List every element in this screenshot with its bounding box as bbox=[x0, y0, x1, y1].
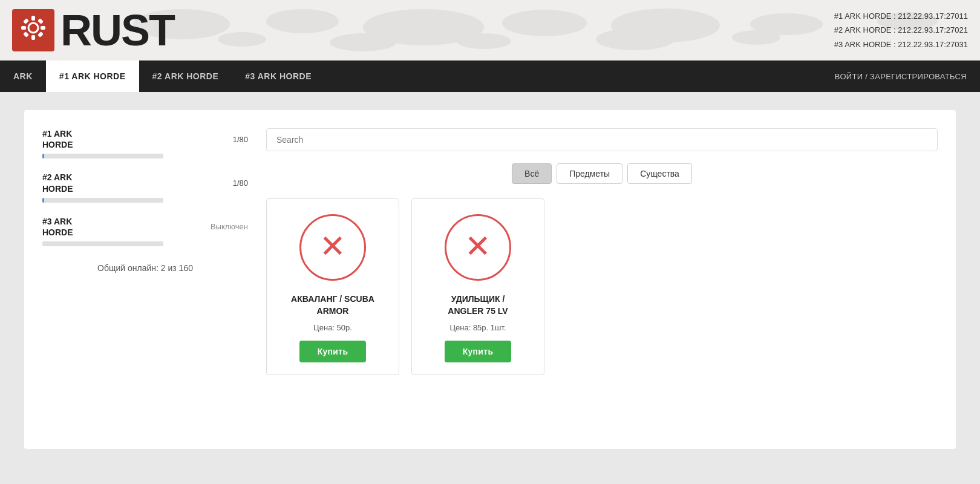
product-placeholder-circle-2: ✕ bbox=[445, 214, 511, 281]
product-name-1: АКВАЛАНГ / SCUBA ARMOR bbox=[291, 293, 374, 317]
svg-rect-16 bbox=[21, 26, 26, 30]
svg-point-5 bbox=[611, 8, 720, 42]
filter-btn-items[interactable]: Предметы bbox=[557, 163, 622, 184]
server-info-3: #3 ARK HORDE : 212.22.93.17:27031 bbox=[834, 38, 968, 51]
svg-rect-18 bbox=[23, 18, 29, 24]
svg-point-2 bbox=[266, 9, 339, 33]
products-grid: ✕ АКВАЛАНГ / SCUBA ARMOR Цена: 50р. Купи… bbox=[266, 198, 938, 375]
sidebar: #1 ARK HORDE 1/80 #2 ARK HORDE 1/80 bbox=[42, 128, 248, 431]
total-online: Общий онлайн: 2 из 160 bbox=[42, 263, 248, 273]
svg-rect-21 bbox=[38, 31, 44, 38]
server-count-1: 1/80 bbox=[233, 135, 248, 144]
server-row-1-header: #1 ARK HORDE 1/80 bbox=[42, 128, 248, 150]
nav-item-ark[interactable]: ARK bbox=[0, 60, 46, 92]
header-top: RUST #1 ARK HORDE : 212.22.93.17:27011 #… bbox=[0, 0, 980, 60]
product-name-2: УДИЛЬЩИК / ANGLER 75 LV bbox=[448, 293, 508, 317]
rust-logo-text: RUST bbox=[60, 8, 174, 52]
filter-btn-all[interactable]: Всё bbox=[512, 163, 552, 184]
product-card-1: ✕ АКВАЛАНГ / SCUBA ARMOR Цена: 50р. Купи… bbox=[266, 198, 399, 375]
server-row-2: #2 ARK HORDE 1/80 bbox=[42, 172, 248, 202]
server-status-disabled-3: Выключен bbox=[211, 222, 248, 231]
progress-bar-1 bbox=[42, 154, 163, 159]
svg-point-8 bbox=[218, 32, 266, 47]
server-info-2: #2 ARK HORDE : 212.22.93.17:27021 bbox=[834, 23, 968, 37]
svg-point-4 bbox=[502, 10, 587, 36]
svg-rect-17 bbox=[41, 26, 45, 30]
progress-bar-3 bbox=[42, 241, 163, 246]
svg-rect-20 bbox=[23, 31, 29, 38]
svg-point-10 bbox=[457, 33, 511, 49]
server-name-2: #2 ARK HORDE bbox=[42, 172, 73, 194]
server-addr-2: 212.22.93.17:27021 bbox=[898, 25, 968, 34]
shop-area: Всё Предметы Существа ✕ АКВАЛАНГ / SCUBA… bbox=[266, 128, 938, 431]
nav-item-ark2[interactable]: #2 ARK HORDE bbox=[139, 60, 232, 92]
logo-area: RUST bbox=[12, 8, 174, 52]
nav-spacer bbox=[325, 60, 822, 92]
server-label-1: #1 ARK HORDE bbox=[834, 11, 892, 21]
server-info: #1 ARK HORDE : 212.22.93.17:27011 #2 ARK… bbox=[834, 9, 968, 51]
product-placeholder-circle-1: ✕ bbox=[299, 214, 366, 281]
server-info-1: #1 ARK HORDE : 212.22.93.17:27011 bbox=[834, 9, 968, 23]
server-row-1: #1 ARK HORDE 1/80 bbox=[42, 128, 248, 159]
buy-button-2[interactable]: Купить bbox=[445, 341, 512, 362]
server-addr-3: 212.22.93.17:27031 bbox=[898, 40, 968, 49]
main-content: #1 ARK HORDE 1/80 #2 ARK HORDE 1/80 bbox=[12, 92, 968, 467]
server-label-3: #3 ARK HORDE bbox=[834, 40, 892, 49]
filter-btn-creatures[interactable]: Существа bbox=[627, 163, 692, 184]
product-image-2: ✕ bbox=[442, 211, 514, 284]
svg-point-3 bbox=[363, 9, 484, 45]
svg-rect-14 bbox=[31, 16, 35, 21]
server-addr-1: 212.22.93.17:27011 bbox=[898, 11, 968, 21]
svg-point-6 bbox=[750, 13, 823, 35]
server-row-3-header: #3 ARK HORDE Выключен bbox=[42, 216, 248, 238]
nav-item-ark1[interactable]: #1 ARK HORDE bbox=[46, 60, 139, 92]
product-price-2: Цена: 85р. 1шт. bbox=[449, 323, 506, 332]
content-box: #1 ARK HORDE 1/80 #2 ARK HORDE 1/80 bbox=[24, 110, 956, 449]
x-mark-icon-1: ✕ bbox=[319, 231, 346, 262]
svg-rect-15 bbox=[31, 35, 35, 40]
x-mark-icon-2: ✕ bbox=[465, 231, 491, 262]
svg-point-13 bbox=[28, 23, 38, 33]
navbar: ARK #1 ARK HORDE #2 ARK HORDE #3 ARK HOR… bbox=[0, 60, 980, 92]
rust-logo-box bbox=[12, 9, 54, 51]
svg-point-12 bbox=[732, 30, 780, 45]
nav-login[interactable]: ВОЙТИ / ЗАРЕГИСТРИРОВАТЬСЯ bbox=[822, 60, 980, 92]
product-image-1: ✕ bbox=[296, 211, 369, 284]
server-count-2: 1/80 bbox=[233, 178, 248, 188]
server-label-2: #2 ARK HORDE bbox=[834, 25, 892, 34]
svg-rect-19 bbox=[38, 18, 44, 24]
server-row-3: #3 ARK HORDE Выключен bbox=[42, 216, 248, 246]
buy-button-1[interactable]: Купить bbox=[299, 341, 367, 362]
server-row-2-header: #2 ARK HORDE 1/80 bbox=[42, 172, 248, 194]
svg-point-11 bbox=[596, 28, 675, 50]
nav-item-ark3[interactable]: #3 ARK HORDE bbox=[232, 60, 325, 92]
filter-buttons: Всё Предметы Существа bbox=[266, 163, 938, 184]
search-input[interactable] bbox=[266, 128, 938, 151]
rust-icon-svg bbox=[19, 13, 48, 42]
svg-point-9 bbox=[330, 33, 396, 51]
server-name-3: #3 ARK HORDE bbox=[42, 216, 73, 238]
rust-logo-icon bbox=[19, 13, 48, 47]
product-card-2: ✕ УДИЛЬЩИК / ANGLER 75 LV Цена: 85р. 1шт… bbox=[411, 198, 544, 375]
progress-bar-2 bbox=[42, 198, 163, 203]
server-name-1: #1 ARK HORDE bbox=[42, 128, 73, 150]
product-price-1: Цена: 50р. bbox=[313, 323, 352, 332]
progress-fill-2 bbox=[42, 198, 44, 203]
progress-fill-1 bbox=[42, 154, 44, 159]
